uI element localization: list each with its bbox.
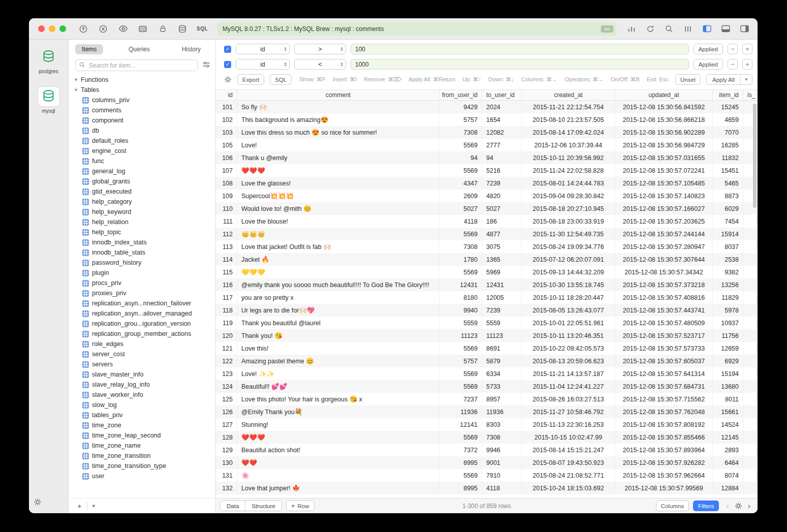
table-row[interactable]: 106Thank u @emily94942015-10-11 20:39:56…: [216, 151, 758, 164]
sidebar-table-item[interactable]: procs_priv: [69, 278, 215, 288]
table-row[interactable]: 119Thank you beautiful @laurel5559555920…: [216, 317, 758, 329]
remove-filter-button[interactable]: −: [728, 59, 738, 70]
sidebar-table-item[interactable]: server_cost: [69, 349, 215, 359]
chevron-down-icon[interactable]: ▼: [89, 504, 99, 509]
connect-icon[interactable]: [78, 24, 88, 34]
table-row[interactable]: 129Beautiful action shot!737299462015-08…: [216, 444, 758, 456]
table-row[interactable]: 117you are so pretty x8180120052015-10-1…: [216, 291, 758, 304]
sidebar-table-item[interactable]: general_log: [69, 166, 215, 176]
tab-queries[interactable]: Queries: [122, 44, 156, 54]
previous-page-icon[interactable]: ‹: [726, 502, 729, 510]
table-row[interactable]: 108Love the glasses!434772392015-08-01 1…: [216, 177, 758, 190]
table-row[interactable]: 113Love that jacket! Outfit is fab 🙌🏻730…: [216, 240, 758, 253]
table-settings-gear-icon[interactable]: [735, 502, 742, 510]
columns-toggle-icon[interactable]: [683, 24, 693, 34]
sidebar-table-item[interactable]: time_zone: [69, 420, 215, 430]
disclosure-triangle-icon[interactable]: ▼: [74, 87, 78, 92]
filter-sliders-icon[interactable]: [202, 60, 210, 71]
table-row[interactable]: 115💛💛💛556959692015-09-13 14:44:32.209201…: [216, 266, 758, 278]
table-row[interactable]: 122Amazing pastel theme 😊575758792015-08…: [216, 355, 758, 367]
sidebar-table-item[interactable]: help_category: [69, 197, 215, 207]
right-panel-icon[interactable]: [739, 24, 749, 34]
table-row[interactable]: 111Love the blouse!41181862015-08-18 23:…: [216, 215, 758, 228]
vertical-scrollbar[interactable]: [753, 104, 757, 208]
filter-operator-select[interactable]: >▲▼: [294, 44, 346, 54]
database-icon[interactable]: [177, 24, 187, 34]
sidebar-table-item[interactable]: slave_worker_info: [69, 390, 215, 400]
sidebar-table-item[interactable]: password_history: [69, 258, 215, 268]
table-row[interactable]: 102This background is amazing😍5757165420…: [216, 113, 758, 126]
filter-column-select[interactable]: id▲▼: [236, 44, 290, 54]
sidebar-table-item[interactable]: innodb_table_stats: [69, 247, 215, 258]
sidebar-table-item[interactable]: time_zone_leap_second: [69, 430, 215, 441]
refresh-icon[interactable]: [645, 24, 655, 34]
sidebar-table-item[interactable]: func: [69, 156, 215, 166]
bottom-panel-icon[interactable]: [720, 24, 731, 34]
sidebar-table-item[interactable]: time_zone_transition_type: [69, 461, 215, 471]
column-header-from-user-id[interactable]: from_user_id: [439, 90, 482, 100]
sidebar-table-item[interactable]: time_zone_name: [69, 441, 215, 451]
sidebar-table-item[interactable]: replication_grou...iguration_version: [69, 319, 215, 329]
add-item-button[interactable]: +: [74, 502, 85, 510]
sidebar-table-item[interactable]: slave_master_info: [69, 369, 215, 380]
sidebar-table-item[interactable]: columns_priv: [69, 95, 215, 105]
apply-all-button[interactable]: Apply All▼: [706, 74, 752, 85]
next-page-icon[interactable]: ›: [748, 502, 750, 510]
filter-gear-icon[interactable]: [224, 76, 232, 83]
remove-filter-button[interactable]: −: [728, 44, 738, 54]
column-header-updated-at[interactable]: updated_at: [615, 90, 713, 100]
lock-icon[interactable]: [158, 24, 168, 34]
table-row[interactable]: 120Thank you! 😘11123111232015-10-11 13:2…: [216, 329, 758, 342]
search-box[interactable]: [75, 59, 198, 71]
table-row[interactable]: 109Supercool💥💥💥260948202015-09-04 09:28:…: [216, 190, 758, 202]
minimize-window-button[interactable]: [49, 25, 55, 32]
filters-button[interactable]: Filters: [693, 500, 719, 511]
table-row[interactable]: 116@emily thank you soooo much beautiful…: [216, 278, 758, 291]
sidebar-table-item[interactable]: slave_relay_log_info: [69, 380, 215, 390]
table-row[interactable]: 124Beautiful!! 💕💕556957332015-11-04 12:2…: [216, 380, 758, 393]
left-panel-icon[interactable]: [702, 24, 712, 34]
table-row[interactable]: 121Love this!556986912015-10-22 09:42:05…: [216, 342, 758, 355]
columns-button[interactable]: Columns: [656, 500, 689, 511]
structure-tab-button[interactable]: Structure: [245, 501, 281, 511]
sidebar-table-item[interactable]: slow_log: [69, 400, 215, 410]
sql-button[interactable]: SQL: [270, 74, 292, 85]
sidebar-table-item[interactable]: db: [69, 126, 215, 136]
disconnect-icon[interactable]: [98, 24, 108, 34]
close-window-button[interactable]: [38, 25, 45, 32]
column-header-item-id[interactable]: item_id: [713, 90, 743, 100]
table-row[interactable]: 130❤️❤️899590012015-08-07 19:43:50.92320…: [216, 456, 758, 469]
search-input[interactable]: [88, 61, 195, 70]
search-icon[interactable]: [664, 24, 674, 34]
tree-section-tables[interactable]: ▼Tables: [69, 85, 215, 95]
sidebar-table-item[interactable]: help_relation: [69, 217, 215, 227]
connection-mysql[interactable]: mysql: [38, 86, 60, 114]
table-row[interactable]: 107❤️❤️❤️556952162015-11-24 22:02:58.828…: [216, 164, 758, 177]
table-row[interactable]: 105Love!556927772015-12-06 10:37:39.4420…: [216, 139, 758, 151]
column-header-to-user-id[interactable]: to_user_id: [482, 90, 522, 100]
table-row[interactable]: 128❤️❤️❤️556973082015-10-15 10:02:47.992…: [216, 431, 758, 444]
sidebar-table-item[interactable]: replication_asyn...ailover_managed: [69, 308, 215, 319]
table-row[interactable]: 114Jacket 🔥178013652015-07-12 06:20:07.0…: [216, 253, 758, 266]
table-row[interactable]: 118Ur legs are to die for🙌🏻💖994072392015…: [216, 304, 758, 317]
sidebar-table-item[interactable]: replication_group_member_actions: [69, 329, 215, 339]
sidebar-table-item[interactable]: time_zone_transition: [69, 451, 215, 461]
sidebar-table-item[interactable]: engine_cost: [69, 146, 215, 156]
table-row[interactable]: 123Love! ✨✨556963342015-11-21 14:13:57.1…: [216, 367, 758, 380]
sidebar-table-item[interactable]: role_edges: [69, 339, 215, 349]
column-header-is-[interactable]: is_: [743, 90, 758, 100]
table-row[interactable]: 132Love that jumper! 🍁899541182015-10-24…: [216, 482, 758, 494]
sidebar-table-item[interactable]: help_keyword: [69, 207, 215, 217]
zoom-window-button[interactable]: [59, 25, 66, 32]
disclosure-triangle-icon[interactable]: ▼: [74, 77, 78, 82]
sidebar-table-item[interactable]: proxies_priv: [69, 288, 215, 298]
add-filter-button[interactable]: +: [742, 44, 752, 54]
filter-column-select[interactable]: id▲▼: [236, 59, 290, 70]
table-row[interactable]: 103Love this dress so much 😍 so nice for…: [216, 126, 758, 139]
sidebar-table-item[interactable]: user: [69, 471, 215, 481]
sidebar-table-item[interactable]: plugin: [69, 268, 215, 278]
unset-button[interactable]: Unset: [675, 74, 701, 85]
filter-enabled-checkbox[interactable]: ✓: [224, 61, 231, 68]
filter-enabled-checkbox[interactable]: ✓: [224, 46, 231, 53]
filter-applied-button[interactable]: Applied: [694, 59, 723, 70]
